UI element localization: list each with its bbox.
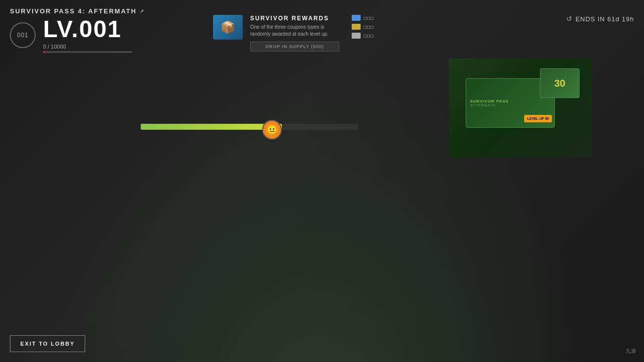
pass-visual: SURVIVOR PASS AFTERMATH LEVEL UP 50 30 bbox=[461, 68, 580, 148]
timer-text: ENDS IN 61d 19h bbox=[576, 15, 634, 23]
pass-card-subtitle: AFTERMATH bbox=[470, 103, 550, 107]
color-box-blue bbox=[352, 15, 361, 21]
xp-text: 0 / 10000 bbox=[43, 44, 132, 50]
bottom-logo: 九游 bbox=[626, 348, 637, 355]
color-box-grey bbox=[352, 33, 361, 39]
reward-item-blue: □□□ bbox=[352, 15, 374, 21]
level-badge: 001 bbox=[10, 22, 36, 48]
pass-card-name: SURVIVOR PASS bbox=[470, 99, 550, 103]
reward-label-blue: □□□ bbox=[364, 15, 374, 21]
drop-supply-button[interactable]: DROP IN SUPPLY (000) bbox=[250, 42, 339, 52]
level-section: 001 LV.001 0 / 10000 bbox=[10, 17, 145, 53]
reward-item-grey: □□□ bbox=[352, 33, 374, 39]
reward-item-gold: □□□ bbox=[352, 24, 374, 30]
reward-label-grey: □□□ bbox=[364, 33, 374, 39]
rewards-info: SURVIVOR REWARDS One of the three coupon… bbox=[250, 15, 339, 52]
pass-title: SURVIVOR PASS 4: AFTERMATH ↗ bbox=[10, 7, 145, 15]
survivor-rewards: 📦 SURVIVOR REWARDS One of the three coup… bbox=[213, 15, 374, 52]
pass-card-secondary: 30 bbox=[540, 68, 580, 98]
timer: ↺ ENDS IN 61d 19h bbox=[566, 15, 634, 23]
progress-fill bbox=[141, 124, 282, 130]
title-section: SURVIVOR PASS 4: AFTERMATH ↗ 001 LV.001 … bbox=[10, 7, 145, 53]
rewards-title: SURVIVOR REWARDS bbox=[250, 15, 339, 22]
external-link-icon: ↗ bbox=[140, 8, 145, 14]
progress-bar: 😐 bbox=[141, 124, 358, 130]
premium-image: SURVIVOR PASS AFTERMATH LEVEL UP 50 30 bbox=[449, 58, 591, 157]
color-box-gold bbox=[352, 24, 361, 30]
reward-label-gold: □□□ bbox=[364, 24, 374, 30]
reward-items: □□□ □□□ □□□ bbox=[352, 15, 374, 39]
level-text: LV.001 bbox=[43, 17, 132, 41]
package-icon: 📦 bbox=[213, 15, 243, 40]
xp-bar-section: 0 / 10000 bbox=[43, 44, 132, 53]
timer-icon: ↺ bbox=[566, 15, 573, 23]
level-display: LV.001 0 / 10000 bbox=[43, 17, 132, 53]
xp-bar bbox=[43, 51, 132, 53]
xp-fill bbox=[43, 51, 45, 53]
header: SURVIVOR PASS 4: AFTERMATH ↗ 001 LV.001 … bbox=[0, 0, 644, 58]
level-up-badge: LEVEL UP 50 bbox=[524, 115, 552, 122]
exit-lobby-button[interactable]: EXIT TO LOBBY bbox=[10, 335, 85, 352]
rewards-desc: One of the three coupons types is random… bbox=[250, 24, 339, 38]
progress-section: 😐 bbox=[141, 124, 358, 130]
